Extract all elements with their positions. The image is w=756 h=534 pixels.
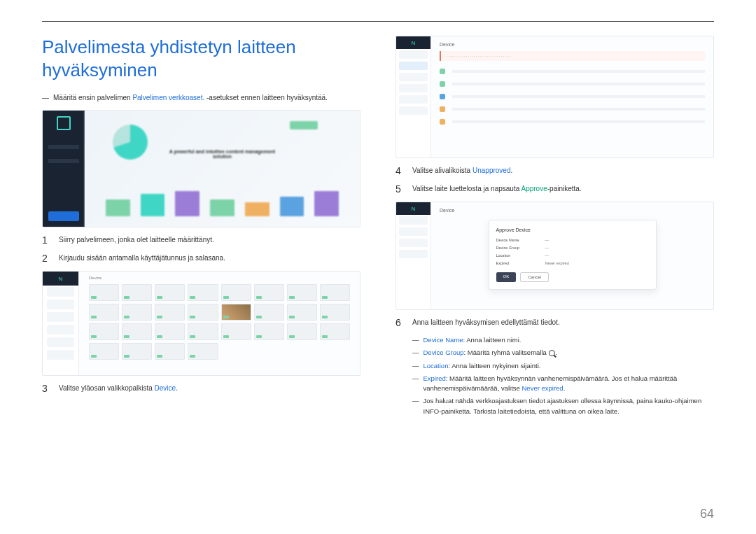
logo-icon: N	[396, 36, 430, 49]
never-expired-link: Never expired	[522, 384, 564, 392]
tab-device: Device	[89, 276, 102, 280]
magicinfo-logo-icon	[57, 116, 71, 130]
sub-info-note: ― Jos haluat nähdä verkkoajastuksen tied…	[412, 396, 714, 416]
page-title: Palvelimesta yhdistetyn laitteen hyväksy…	[42, 36, 360, 81]
approve-modal: Approve Device Device Name— Device Group…	[489, 220, 657, 290]
list-row	[440, 117, 705, 127]
list-row	[440, 92, 705, 101]
shot2-sidebar: N	[43, 272, 79, 375]
shot2-main: Device	[79, 272, 360, 375]
screenshot-login: A powerful and intuitive content managem…	[42, 110, 360, 227]
pie-chart-icon	[113, 125, 148, 160]
step-4: 4 Valitse alivalikoista Unapproved.	[396, 165, 714, 176]
intro-note: ― Määritä ensin palvelimen Palvelimen ve…	[42, 94, 360, 101]
screenshot-device-grid: N Device	[42, 271, 360, 376]
step-2: 2 Kirjaudu sisään antamalla käyttäjätunn…	[42, 253, 360, 264]
shot1-hero: A powerful and intuitive content managem…	[85, 111, 360, 227]
sub-device-group: ― Device Group: Määritä ryhmä valitsemal…	[412, 348, 714, 358]
step-number: 3	[42, 383, 50, 394]
screenshot-unapproved-list: N Device · · · · · · · · · · · · · · · ·…	[396, 36, 714, 158]
list-row	[440, 79, 705, 89]
step-5: 5 Valitse laite luettelosta ja napsauta …	[396, 183, 714, 195]
shot4-header: Device	[431, 202, 713, 218]
step-number: 4	[396, 165, 404, 176]
shot3-main: Device · · · · · · · · · · · · · · · · ·…	[431, 36, 713, 157]
device-thumb	[89, 284, 119, 301]
list-row	[440, 104, 705, 114]
sub-location: ― Location: Anna laitteen nykyinen sijai…	[412, 361, 714, 371]
unapproved-link: Unapproved	[472, 167, 510, 174]
step-number: 6	[396, 317, 404, 328]
step-3: 3 Valitse yläosan valikkopalkista Device…	[42, 383, 360, 394]
top-rule	[42, 21, 714, 22]
intro-link: Palvelimen verkkoaset.	[132, 94, 204, 101]
modal-cancel-button: Cancel	[520, 272, 549, 282]
device-link: Device	[155, 384, 176, 392]
modal-title: Approve Device	[496, 227, 649, 232]
shot4-main: Device Approve Device Device Name— Devic…	[431, 202, 713, 309]
search-icon	[549, 350, 556, 357]
login-button	[48, 211, 79, 221]
shot4-sidebar: N	[396, 202, 431, 309]
shot3-header: Device	[440, 42, 705, 47]
step-number: 2	[42, 253, 50, 264]
step-number: 1	[42, 234, 50, 246]
logo-icon: N	[396, 202, 430, 215]
hero-slogan: A powerful and intuitive content managem…	[167, 149, 279, 159]
screenshot-approve-modal: N Device Approve Device Device Name— Dev…	[396, 202, 714, 310]
document-page: Palvelimesta yhdistetyn laitteen hyväksy…	[0, 0, 756, 419]
sub-expired: ― Expired: Määritä laitteen hyväksynnän …	[412, 374, 714, 394]
logo-icon: N	[43, 272, 78, 286]
list-row	[440, 66, 705, 76]
top-tabs: Device	[83, 276, 356, 280]
thumbnail-grid	[83, 284, 356, 360]
step-6: 6 Anna laitteen hyväksymisen edellyttämä…	[396, 317, 714, 328]
alert-banner: · · · · · · · · · · · · · · · · · · · · …	[440, 51, 705, 61]
approve-link: Approve	[521, 185, 547, 192]
right-column: N Device · · · · · · · · · · · · · · · ·…	[396, 36, 714, 419]
shot1-sidebar	[43, 111, 85, 227]
shot3-sidebar: N	[396, 36, 431, 157]
note-dash: ―	[42, 94, 49, 101]
two-column-layout: Palvelimesta yhdistetyn laitteen hyväksy…	[42, 36, 714, 419]
sub-device-name: ― Device Name: Anna laitteen nimi.	[412, 335, 714, 345]
note-text: Määritä ensin palvelimen Palvelimen verk…	[53, 94, 328, 101]
left-column: Palvelimesta yhdistetyn laitteen hyväksy…	[42, 36, 360, 419]
page-number: 64	[700, 507, 714, 521]
modal-ok-button: OK	[496, 272, 517, 282]
step-number: 5	[396, 183, 404, 195]
step-1: 1 Siirry palvelimeen, jonka olet laittee…	[42, 234, 360, 246]
